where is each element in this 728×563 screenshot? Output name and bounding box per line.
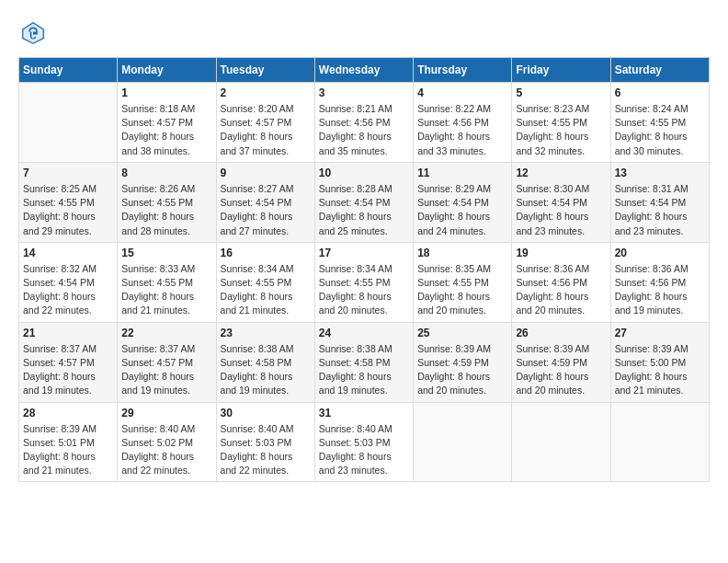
weekday-header: Tuesday (216, 58, 314, 83)
calendar-cell: 10Sunrise: 8:28 AMSunset: 4:54 PMDayligh… (314, 162, 413, 242)
day-info: Sunrise: 8:36 AMSunset: 4:56 PMDaylight:… (615, 262, 705, 318)
day-info: Sunrise: 8:22 AMSunset: 4:56 PMDaylight:… (417, 102, 507, 158)
calendar-cell: 21Sunrise: 8:37 AMSunset: 4:57 PMDayligh… (19, 322, 118, 402)
calendar-cell: 27Sunrise: 8:39 AMSunset: 5:00 PMDayligh… (610, 322, 709, 402)
logo (18, 18, 53, 48)
calendar-cell (414, 402, 512, 482)
calendar-cell: 1Sunrise: 8:18 AMSunset: 4:57 PMDaylight… (118, 83, 216, 163)
calendar-header-row: SundayMondayTuesdayWednesdayThursdayFrid… (19, 58, 710, 83)
day-number: 14 (23, 247, 113, 259)
weekday-header: Wednesday (314, 58, 413, 83)
day-info: Sunrise: 8:25 AMSunset: 4:55 PMDaylight:… (23, 182, 113, 238)
day-number: 7 (23, 167, 113, 179)
day-number: 17 (319, 247, 409, 259)
day-info: Sunrise: 8:24 AMSunset: 4:55 PMDaylight:… (615, 102, 705, 158)
calendar-week-row: 7Sunrise: 8:25 AMSunset: 4:55 PMDaylight… (19, 162, 710, 242)
day-info: Sunrise: 8:30 AMSunset: 4:54 PMDaylight:… (516, 182, 606, 238)
day-info: Sunrise: 8:18 AMSunset: 4:57 PMDaylight:… (121, 102, 211, 158)
day-number: 13 (615, 167, 705, 179)
day-info: Sunrise: 8:37 AMSunset: 4:57 PMDaylight:… (121, 342, 211, 398)
calendar-week-row: 28Sunrise: 8:39 AMSunset: 5:01 PMDayligh… (19, 402, 710, 482)
calendar-cell: 5Sunrise: 8:23 AMSunset: 4:55 PMDaylight… (512, 83, 610, 163)
day-info: Sunrise: 8:29 AMSunset: 4:54 PMDaylight:… (417, 182, 507, 238)
day-number: 30 (221, 407, 311, 419)
calendar-cell: 3Sunrise: 8:21 AMSunset: 4:56 PMDaylight… (314, 83, 413, 163)
day-number: 1 (121, 86, 211, 99)
day-number: 27 (615, 327, 705, 339)
day-number: 21 (23, 327, 113, 339)
calendar-week-row: 21Sunrise: 8:37 AMSunset: 4:57 PMDayligh… (19, 322, 710, 402)
calendar-cell: 19Sunrise: 8:36 AMSunset: 4:56 PMDayligh… (512, 242, 610, 322)
calendar-cell (610, 402, 709, 482)
calendar-cell: 22Sunrise: 8:37 AMSunset: 4:57 PMDayligh… (118, 322, 216, 402)
calendar-table: SundayMondayTuesdayWednesdayThursdayFrid… (18, 57, 710, 482)
calendar-cell (512, 402, 610, 482)
day-number: 26 (516, 327, 606, 339)
calendar-cell: 4Sunrise: 8:22 AMSunset: 4:56 PMDaylight… (414, 83, 512, 163)
day-info: Sunrise: 8:36 AMSunset: 4:56 PMDaylight:… (516, 262, 606, 318)
calendar-cell: 28Sunrise: 8:39 AMSunset: 5:01 PMDayligh… (19, 402, 118, 482)
day-info: Sunrise: 8:40 AMSunset: 5:02 PMDaylight:… (121, 422, 211, 478)
calendar-week-row: 1Sunrise: 8:18 AMSunset: 4:57 PMDaylight… (19, 83, 710, 163)
weekday-header: Saturday (610, 58, 709, 83)
weekday-header: Sunday (19, 58, 118, 83)
day-number: 4 (417, 86, 507, 99)
weekday-header: Monday (118, 58, 216, 83)
day-info: Sunrise: 8:39 AMSunset: 5:00 PMDaylight:… (615, 342, 705, 398)
day-number: 31 (319, 407, 409, 419)
day-info: Sunrise: 8:40 AMSunset: 5:03 PMDaylight:… (221, 422, 311, 478)
day-info: Sunrise: 8:32 AMSunset: 4:54 PMDaylight:… (23, 262, 113, 318)
calendar-cell: 23Sunrise: 8:38 AMSunset: 4:58 PMDayligh… (216, 322, 314, 402)
day-number: 29 (121, 407, 211, 419)
day-info: Sunrise: 8:37 AMSunset: 4:57 PMDaylight:… (23, 342, 113, 398)
calendar-cell: 11Sunrise: 8:29 AMSunset: 4:54 PMDayligh… (414, 162, 512, 242)
day-number: 19 (516, 247, 606, 259)
calendar-cell: 17Sunrise: 8:34 AMSunset: 4:55 PMDayligh… (314, 242, 413, 322)
calendar-cell (19, 83, 118, 163)
day-info: Sunrise: 8:23 AMSunset: 4:55 PMDaylight:… (516, 102, 606, 158)
day-info: Sunrise: 8:20 AMSunset: 4:57 PMDaylight:… (221, 102, 311, 158)
day-info: Sunrise: 8:35 AMSunset: 4:55 PMDaylight:… (417, 262, 507, 318)
calendar-cell: 12Sunrise: 8:30 AMSunset: 4:54 PMDayligh… (512, 162, 610, 242)
calendar-cell: 13Sunrise: 8:31 AMSunset: 4:54 PMDayligh… (610, 162, 709, 242)
calendar-week-row: 14Sunrise: 8:32 AMSunset: 4:54 PMDayligh… (19, 242, 710, 322)
calendar-cell: 2Sunrise: 8:20 AMSunset: 4:57 PMDaylight… (216, 83, 314, 163)
day-number: 5 (516, 86, 606, 99)
day-info: Sunrise: 8:38 AMSunset: 4:58 PMDaylight:… (319, 342, 409, 398)
logo-icon (18, 18, 48, 48)
day-number: 8 (121, 167, 211, 179)
calendar-cell: 18Sunrise: 8:35 AMSunset: 4:55 PMDayligh… (414, 242, 512, 322)
calendar-cell: 24Sunrise: 8:38 AMSunset: 4:58 PMDayligh… (314, 322, 413, 402)
day-info: Sunrise: 8:39 AMSunset: 5:01 PMDaylight:… (23, 422, 113, 478)
calendar-cell: 20Sunrise: 8:36 AMSunset: 4:56 PMDayligh… (610, 242, 709, 322)
day-number: 10 (319, 167, 409, 179)
day-number: 3 (319, 86, 409, 99)
day-number: 28 (23, 407, 113, 419)
day-info: Sunrise: 8:26 AMSunset: 4:55 PMDaylight:… (121, 182, 211, 238)
calendar-cell: 25Sunrise: 8:39 AMSunset: 4:59 PMDayligh… (414, 322, 512, 402)
weekday-header: Thursday (414, 58, 512, 83)
day-info: Sunrise: 8:39 AMSunset: 4:59 PMDaylight:… (516, 342, 606, 398)
calendar-cell: 30Sunrise: 8:40 AMSunset: 5:03 PMDayligh… (216, 402, 314, 482)
day-info: Sunrise: 8:34 AMSunset: 4:55 PMDaylight:… (319, 262, 409, 318)
calendar-cell: 31Sunrise: 8:40 AMSunset: 5:03 PMDayligh… (314, 402, 413, 482)
calendar-cell: 6Sunrise: 8:24 AMSunset: 4:55 PMDaylight… (610, 83, 709, 163)
day-info: Sunrise: 8:31 AMSunset: 4:54 PMDaylight:… (615, 182, 705, 238)
day-number: 2 (221, 86, 311, 99)
page-header (18, 18, 710, 48)
calendar-cell: 9Sunrise: 8:27 AMSunset: 4:54 PMDaylight… (216, 162, 314, 242)
calendar-cell: 14Sunrise: 8:32 AMSunset: 4:54 PMDayligh… (19, 242, 118, 322)
calendar-cell: 7Sunrise: 8:25 AMSunset: 4:55 PMDaylight… (19, 162, 118, 242)
calendar-cell: 29Sunrise: 8:40 AMSunset: 5:02 PMDayligh… (118, 402, 216, 482)
calendar-cell: 8Sunrise: 8:26 AMSunset: 4:55 PMDaylight… (118, 162, 216, 242)
calendar-cell: 16Sunrise: 8:34 AMSunset: 4:55 PMDayligh… (216, 242, 314, 322)
calendar-cell: 26Sunrise: 8:39 AMSunset: 4:59 PMDayligh… (512, 322, 610, 402)
day-number: 22 (121, 327, 211, 339)
day-number: 20 (615, 247, 705, 259)
day-number: 6 (615, 86, 705, 99)
day-number: 25 (417, 327, 507, 339)
day-number: 24 (319, 327, 409, 339)
day-number: 11 (417, 167, 507, 179)
day-info: Sunrise: 8:21 AMSunset: 4:56 PMDaylight:… (319, 102, 409, 158)
calendar-cell: 15Sunrise: 8:33 AMSunset: 4:55 PMDayligh… (118, 242, 216, 322)
